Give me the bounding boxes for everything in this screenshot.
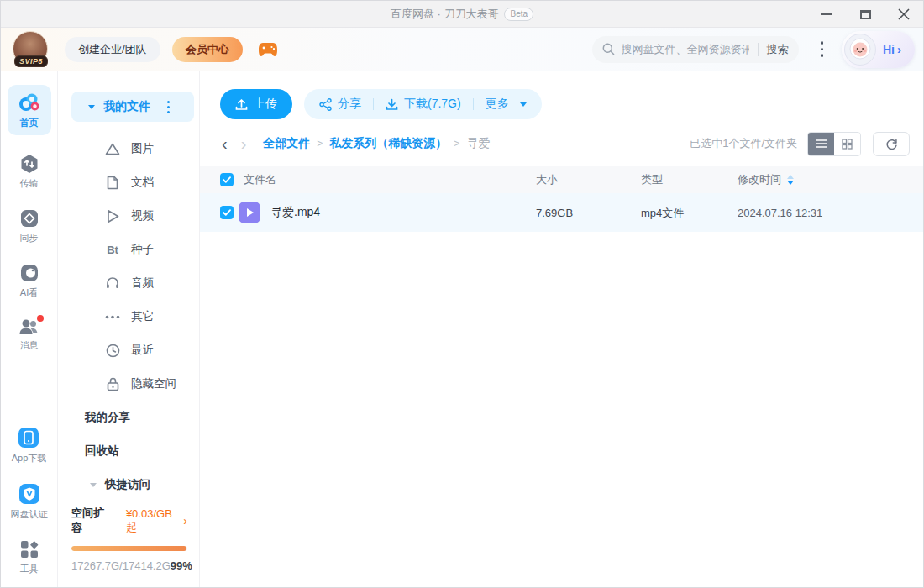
greeting-text: Hi xyxy=(883,43,895,56)
video-file-icon xyxy=(239,202,260,223)
video-icon xyxy=(104,209,121,223)
account-avatar xyxy=(844,34,876,66)
breadcrumb-folder[interactable]: 私发系列（稀缺资源） xyxy=(329,136,447,151)
unread-badge xyxy=(37,315,44,322)
breadcrumb-separator: > xyxy=(317,138,323,150)
rail-item-tools[interactable]: 工具 xyxy=(19,539,39,575)
upload-icon xyxy=(235,98,248,111)
rail-item-home[interactable]: 首页 xyxy=(8,85,51,135)
collapse-caret-icon xyxy=(88,105,95,109)
greeting-arrow-icon: › xyxy=(897,42,901,56)
download-button[interactable]: 下载(7.7G) xyxy=(386,97,461,112)
table-row[interactable]: 寻爱.mp4 7.69GB mp4文件 2024.07.16 12:31 xyxy=(200,193,923,232)
left-rail: 首页 传输 同步 AI看 xyxy=(1,71,58,587)
header-type: 类型 xyxy=(641,173,663,186)
ai-view-icon xyxy=(19,263,39,283)
breadcrumb-all-files[interactable]: 全部文件 xyxy=(263,136,310,151)
file-modified: 2024.07.16 12:31 xyxy=(738,207,822,219)
picture-icon xyxy=(104,143,121,155)
more-menu-button[interactable] xyxy=(816,34,829,64)
search-icon xyxy=(602,43,615,55)
sidebar-item-pictures[interactable]: 图片 xyxy=(58,132,199,165)
rail-item-verify[interactable]: 网盘认证 xyxy=(11,483,48,521)
file-size: 7.69GB xyxy=(536,207,573,219)
more-actions-button[interactable]: 更多 xyxy=(486,97,527,112)
game-center-icon[interactable] xyxy=(258,42,278,57)
my-files-menu-icon[interactable] xyxy=(165,97,171,116)
breadcrumb-separator: > xyxy=(454,138,459,150)
storage-usage-text: 17267.7G/17414.2G99% xyxy=(71,559,187,572)
back-button[interactable]: ‹ xyxy=(215,135,234,152)
select-all-checkbox[interactable] xyxy=(220,173,234,186)
ellipsis-icon xyxy=(104,315,121,319)
sort-asc-icon xyxy=(787,175,794,179)
sidebar-item-my-shares[interactable]: 我的分享 xyxy=(58,401,199,434)
minimize-button[interactable] xyxy=(807,1,846,28)
create-team-button[interactable]: 创建企业/团队 xyxy=(65,37,160,62)
upload-button[interactable]: 上传 xyxy=(220,89,292,119)
messages-icon xyxy=(18,318,40,336)
sync-icon xyxy=(19,208,39,228)
close-button[interactable] xyxy=(885,1,923,28)
maximize-button[interactable] xyxy=(846,1,885,28)
download-icon xyxy=(386,98,398,111)
forward-button[interactable]: › xyxy=(234,135,254,152)
header-filename: 文件名 xyxy=(244,172,276,187)
view-toggle xyxy=(807,132,861,156)
minimize-icon xyxy=(821,13,832,15)
bt-icon: Bt xyxy=(104,244,121,256)
row-checkbox[interactable] xyxy=(220,206,234,219)
home-netdisk-icon xyxy=(18,92,41,113)
header-size: 大小 xyxy=(536,173,558,186)
rail-item-messages[interactable]: 消息 xyxy=(18,318,40,352)
lock-icon xyxy=(104,377,121,391)
rail-item-app-download[interactable]: App下载 xyxy=(12,427,47,465)
selection-info: 已选中1个文件/文件夹 xyxy=(690,136,797,151)
file-action-group: 分享 下载(7.7G) 更多 xyxy=(304,89,542,119)
refresh-button[interactable] xyxy=(873,132,910,156)
close-icon xyxy=(898,8,910,20)
account-pill[interactable]: Hi › xyxy=(842,31,915,68)
transfer-icon xyxy=(19,154,39,174)
sidebar-item-torrents[interactable]: Bt 种子 xyxy=(58,233,199,266)
sidebar-item-recycle-bin[interactable]: 回收站 xyxy=(58,434,199,468)
file-tree-sidebar: 我的文件 图片 文档 视频 Bt 种子 xyxy=(58,71,200,587)
main-panel: 上传 分享 下载(7.7G) 更多 ‹ › 全部文件 > 私发系列（稀缺资源） xyxy=(200,71,923,587)
beta-badge: Beta xyxy=(504,8,533,21)
app-download-icon xyxy=(18,427,39,449)
user-svip-avatar[interactable]: SVIP8 xyxy=(13,31,50,68)
search-input[interactable] xyxy=(622,43,749,55)
tools-icon xyxy=(19,539,39,559)
storage-panel: 空间扩容 ¥0.03/GB起 › 17267.7G/17414.2G99% xyxy=(71,506,187,572)
sort-toggle[interactable] xyxy=(787,175,794,185)
vip-center-button[interactable]: 会员中心 xyxy=(172,37,243,62)
sidebar-item-quick-access[interactable]: 快捷访问 xyxy=(58,468,199,501)
rail-item-ai-view[interactable]: AI看 xyxy=(19,263,39,299)
rail-item-transfer[interactable]: 传输 xyxy=(19,154,39,190)
file-type: mp4文件 xyxy=(641,207,684,219)
sidebar-item-documents[interactable]: 文档 xyxy=(58,165,199,199)
sidebar-item-videos[interactable]: 视频 xyxy=(58,199,199,233)
list-view-button[interactable] xyxy=(808,133,834,155)
sidebar-item-my-files[interactable]: 我的文件 xyxy=(71,92,194,122)
check-icon xyxy=(223,176,231,183)
storage-progress-bar xyxy=(71,546,187,551)
app-title: 百度网盘 · 刀刀大表哥 xyxy=(391,7,499,22)
rail-item-sync[interactable]: 同步 xyxy=(19,208,39,244)
sidebar-item-audio[interactable]: 音频 xyxy=(58,266,199,300)
sidebar-item-hidden-space[interactable]: 隐藏空间 xyxy=(58,367,199,401)
sidebar-item-others[interactable]: 其它 xyxy=(58,300,199,333)
file-table: 文件名 大小 类型 修改时间 寻爱.mp4 7.69GB mp4文件 2024.… xyxy=(200,166,923,232)
search-box: 搜索 xyxy=(592,36,799,63)
sidebar-item-recent[interactable]: 最近 xyxy=(58,333,199,367)
search-button[interactable]: 搜索 xyxy=(767,42,789,57)
breadcrumb: 全部文件 > 私发系列（稀缺资源） > 寻爱 xyxy=(263,136,490,151)
path-bar: ‹ › 全部文件 > 私发系列（稀缺资源） > 寻爱 已选中1个文件/文件夹 xyxy=(215,131,910,156)
file-name[interactable]: 寻爱.mp4 xyxy=(270,205,320,220)
share-button[interactable]: 分享 xyxy=(319,97,361,112)
svip-badge: SVIP8 xyxy=(14,55,48,67)
toolbar: 上传 分享 下载(7.7G) 更多 xyxy=(200,71,923,119)
storage-expand-link[interactable]: ¥0.03/GB起 xyxy=(126,507,181,535)
chevron-down-icon xyxy=(520,102,527,107)
grid-view-button[interactable] xyxy=(834,133,860,155)
